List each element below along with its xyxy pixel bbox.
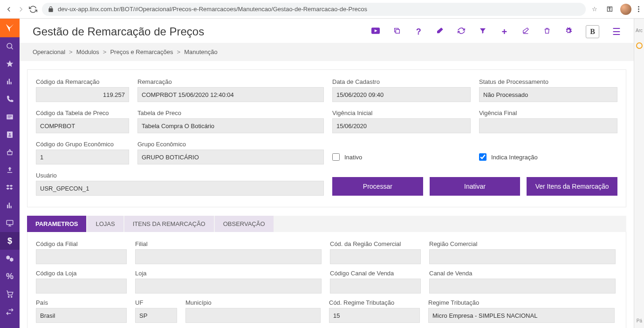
sidebar-percent-icon[interactable]: % bbox=[0, 267, 20, 285]
input-usuario[interactable] bbox=[36, 181, 324, 196]
side-strip: Arc Pá bbox=[634, 19, 644, 328]
copy-icon[interactable] bbox=[393, 27, 401, 36]
help-icon[interactable]: ? bbox=[414, 27, 423, 37]
sidebar-chart2-icon[interactable] bbox=[0, 197, 20, 214]
form-card: Código da Remarcação Remarcação Data de … bbox=[27, 69, 626, 207]
sidebar-monitor-icon[interactable] bbox=[0, 214, 20, 232]
url-text: dev-ux-app.linx.com.br/BOT/#Operacional/… bbox=[58, 6, 367, 13]
input-regiao-com[interactable] bbox=[429, 249, 616, 264]
svg-point-0 bbox=[7, 43, 12, 48]
input-remarcacao[interactable] bbox=[137, 87, 324, 102]
back-icon[interactable] bbox=[5, 5, 13, 14]
star-icon[interactable]: ☆ bbox=[590, 5, 599, 14]
input-vigencia-inicial[interactable] bbox=[332, 118, 471, 133]
field-codigo-remarcacao: Código da Remarcação bbox=[36, 78, 129, 102]
crumb-3[interactable]: Manutenção bbox=[184, 48, 218, 55]
reload-icon[interactable] bbox=[29, 5, 37, 14]
input-cod-regiao-com[interactable] bbox=[330, 249, 421, 264]
svg-point-3 bbox=[9, 133, 11, 135]
forward-icon[interactable] bbox=[17, 5, 25, 14]
edit-icon[interactable] bbox=[521, 27, 530, 36]
gear-icon[interactable] bbox=[564, 27, 573, 36]
strip-top: Arc bbox=[634, 28, 644, 33]
eraser-icon[interactable] bbox=[436, 27, 444, 37]
input-loja[interactable] bbox=[135, 279, 322, 294]
input-codigo-filial[interactable] bbox=[36, 249, 127, 264]
sidebar-star-icon[interactable] bbox=[0, 55, 20, 73]
input-municipio[interactable] bbox=[185, 308, 321, 323]
field-usuario: Usuário bbox=[36, 172, 324, 196]
sidebar-cart-icon[interactable] bbox=[0, 285, 20, 303]
trash-icon[interactable] bbox=[543, 27, 551, 36]
field-grupo: Grupo Econômico bbox=[137, 141, 324, 164]
input-regime[interactable] bbox=[428, 308, 615, 323]
url-bar[interactable]: dev-ux-app.linx.com.br/BOT/#Operacional/… bbox=[42, 3, 586, 16]
field-vigencia-inicial: Vigência Inicial bbox=[332, 109, 471, 133]
tab-parametros[interactable]: PARAMETROS bbox=[27, 216, 86, 232]
input-uf[interactable] bbox=[135, 308, 177, 323]
filter-icon[interactable] bbox=[479, 27, 487, 36]
field-data-cadastro: Data de Cadastro bbox=[332, 78, 471, 102]
input-vigencia-final[interactable] bbox=[479, 118, 617, 133]
input-codigo-grupo[interactable] bbox=[36, 150, 129, 164]
input-codigo-tabela[interactable] bbox=[36, 118, 129, 133]
tab-lojas[interactable]: LOJAS bbox=[87, 216, 123, 232]
input-pais[interactable] bbox=[36, 308, 127, 323]
inativar-button[interactable]: Inativar bbox=[430, 177, 521, 196]
chrome-menu-icon[interactable] bbox=[638, 6, 639, 12]
sidebar-transfer-icon[interactable] bbox=[0, 303, 20, 321]
sidebar-search-icon[interactable] bbox=[0, 37, 20, 55]
check-integracao: Indica Integração bbox=[479, 150, 617, 164]
input-tabela[interactable] bbox=[137, 118, 324, 133]
svg-point-5 bbox=[8, 296, 9, 297]
tab-content-parametros: Código da Filial Filial Cód. da Região C… bbox=[27, 232, 626, 328]
input-status[interactable] bbox=[479, 87, 617, 102]
refresh-icon[interactable] bbox=[457, 27, 466, 36]
input-grupo[interactable] bbox=[137, 150, 324, 164]
logo[interactable] bbox=[0, 19, 20, 37]
tab-observacao[interactable]: OBSERVAÇÃO bbox=[215, 216, 274, 232]
sidebar-upload-icon[interactable] bbox=[0, 161, 20, 179]
field-status: Status de Processamento bbox=[479, 78, 617, 102]
page-title: Gestão de Remarcação de Preços bbox=[33, 25, 204, 38]
sidebar-contacts-icon[interactable] bbox=[0, 126, 20, 144]
input-codigo-loja[interactable] bbox=[36, 279, 127, 294]
hamburger-icon[interactable]: ☰ bbox=[612, 26, 621, 37]
field-codigo-tabela: Código da Tabela de Preco bbox=[36, 109, 129, 133]
input-codigo-canal[interactable] bbox=[330, 279, 421, 294]
sidebar-chart-icon[interactable] bbox=[0, 73, 20, 90]
svg-point-6 bbox=[11, 296, 12, 297]
breadcrumb: Operacional> Módulos> Preços e Remarcaçõ… bbox=[20, 43, 634, 61]
sidebar-cubes-icon[interactable] bbox=[0, 250, 20, 267]
checkbox-integracao[interactable] bbox=[479, 153, 486, 161]
sidebar-news-icon[interactable] bbox=[0, 108, 20, 126]
crumb-1[interactable]: Módulos bbox=[76, 48, 99, 55]
sidebar-dropbox-icon[interactable] bbox=[0, 179, 20, 197]
plus-icon[interactable]: + bbox=[500, 27, 508, 37]
input-cod-regime[interactable] bbox=[329, 308, 420, 323]
field-remarcacao: Remarcação bbox=[137, 78, 324, 102]
input-data-cadastro[interactable] bbox=[332, 87, 471, 102]
tab-itens[interactable]: ITENS DA REMARCAÇÃO bbox=[124, 216, 214, 232]
avatar[interactable] bbox=[620, 4, 631, 15]
svg-rect-8 bbox=[396, 29, 400, 33]
field-codigo-grupo: Código do Grupo Econômico bbox=[36, 141, 129, 164]
input-codigo-remarcacao[interactable] bbox=[36, 87, 129, 102]
toolbar: ? + B ☰ bbox=[371, 25, 621, 38]
key-icon[interactable]: ⚿ bbox=[605, 5, 614, 14]
input-canal[interactable] bbox=[429, 279, 616, 294]
sidebar-phone-icon[interactable] bbox=[0, 90, 20, 108]
video-icon[interactable] bbox=[371, 27, 380, 36]
sidebar-dollar-icon[interactable]: $ bbox=[0, 232, 20, 250]
strip-bottom: Pá bbox=[637, 318, 642, 323]
browser-top-bar: dev-ux-app.linx.com.br/BOT/#Operacional/… bbox=[0, 0, 644, 19]
badge-b[interactable]: B bbox=[586, 25, 599, 38]
input-filial[interactable] bbox=[135, 249, 322, 264]
ver-itens-button[interactable]: Ver Itens da Remarcação bbox=[527, 177, 617, 196]
processar-button[interactable]: Processar bbox=[332, 177, 423, 196]
crumb-2[interactable]: Preços e Remarcações bbox=[110, 48, 173, 55]
field-vigencia-final: Vigência Final bbox=[479, 109, 617, 133]
crumb-0[interactable]: Operacional bbox=[33, 48, 65, 55]
sidebar-basket-icon[interactable] bbox=[0, 144, 20, 161]
checkbox-inativo[interactable] bbox=[332, 153, 340, 161]
